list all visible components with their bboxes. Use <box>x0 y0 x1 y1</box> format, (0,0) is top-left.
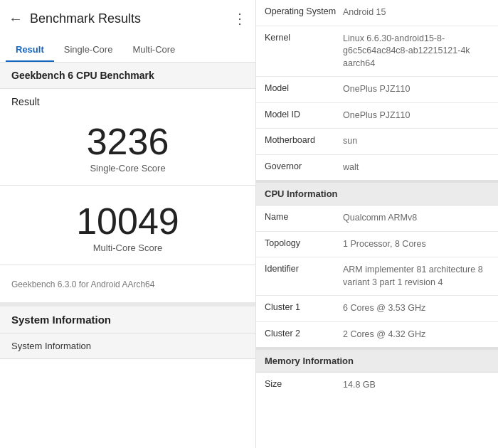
single-core-score-label: Single-Core Score <box>11 163 244 174</box>
table-row: Model ID OnePlus PJZ110 <box>256 103 498 129</box>
info-key: Cluster 1 <box>265 302 343 312</box>
info-key: Governor <box>265 161 343 171</box>
info-val: 2 Cores @ 4.32 GHz <box>343 329 489 341</box>
info-key: Identifier <box>265 264 343 274</box>
memory-info-rows: Size 14.8 GB <box>256 373 498 398</box>
app-version: Geekbench 6.3.0 for Android AArch64 <box>0 270 255 299</box>
single-core-score-value: 3236 <box>11 123 244 160</box>
table-row: Size 14.8 GB <box>256 373 498 398</box>
benchmark-section-header: Geekbench 6 CPU Benchmark <box>0 63 255 89</box>
table-row: Identifier ARM implementer 81 architectu… <box>256 257 498 296</box>
system-info-row: System Information <box>0 334 255 359</box>
table-row: Operating System Android 15 <box>256 0 498 26</box>
cpu-section-header: CPU Information <box>256 180 498 206</box>
score-divider <box>0 185 255 186</box>
info-key: Model ID <box>265 110 343 119</box>
table-row: Model OnePlus PJZ110 <box>256 77 498 103</box>
info-val: OnePlus PJZ110 <box>343 83 489 96</box>
info-val: 14.8 GB <box>343 379 489 392</box>
result-sublabel: Result <box>0 89 255 110</box>
info-val: Android 15 <box>343 6 489 19</box>
info-val: 6 Cores @ 3.53 GHz <box>343 302 489 315</box>
single-core-score-block: 3236 Single-Core Score <box>0 110 255 181</box>
info-key: Name <box>265 212 343 222</box>
table-row: Governor walt <box>256 155 498 181</box>
system-info-rows: Operating System Android 15 Kernel Linux… <box>256 0 498 180</box>
right-panel: Operating System Android 15 Kernel Linux… <box>256 0 498 448</box>
table-row: Kernel Linux 6.6.30-android15-8-g6c5c64a… <box>256 26 498 78</box>
info-val: walt <box>343 161 489 174</box>
left-panel: ← Benchmark Results ⋮ Result Single-Core… <box>0 0 256 448</box>
multi-core-score-block: 10049 Multi-Core Score <box>0 190 255 260</box>
system-info-section: System Information <box>0 302 255 334</box>
tab-result[interactable]: Result <box>6 37 54 62</box>
info-key: Cluster 2 <box>265 329 343 338</box>
back-icon[interactable]: ← <box>9 11 23 27</box>
info-val: 1 Processor, 8 Cores <box>343 238 489 251</box>
info-val: Linux 6.6.30-android15-8-g6c5c64ac84c8-a… <box>343 33 489 70</box>
info-key: Topology <box>265 238 343 248</box>
tab-multi-core[interactable]: Multi-Core <box>122 37 185 62</box>
memory-section-header: Memory Information <box>256 347 498 373</box>
table-row: Cluster 1 6 Cores @ 3.53 GHz <box>256 296 498 322</box>
app-title: Benchmark Results <box>30 11 233 26</box>
info-val: ARM implementer 81 architecture 8 varian… <box>343 264 489 289</box>
info-key: Model <box>265 83 343 93</box>
info-key: Size <box>265 379 343 389</box>
info-val: sun <box>343 135 489 148</box>
score-bottom-divider <box>0 265 255 265</box>
table-row: Topology 1 Processor, 8 Cores <box>256 232 498 258</box>
tab-single-core[interactable]: Single-Core <box>54 37 123 62</box>
info-key: Kernel <box>265 33 343 43</box>
menu-icon[interactable]: ⋮ <box>233 10 247 27</box>
multi-core-score-label: Multi-Core Score <box>11 242 244 253</box>
table-row: Cluster 2 2 Cores @ 4.32 GHz <box>256 322 498 348</box>
info-key: Operating System <box>265 6 343 16</box>
info-val: Qualcomm ARMv8 <box>343 212 489 225</box>
table-row: Name Qualcomm ARMv8 <box>256 206 498 232</box>
app-bar: ← Benchmark Results ⋮ <box>0 0 255 37</box>
multi-core-score-value: 10049 <box>11 203 244 240</box>
cpu-info-rows: Name Qualcomm ARMv8 Topology 1 Processor… <box>256 206 498 347</box>
info-val: OnePlus PJZ110 <box>343 110 489 122</box>
tabs-bar: Result Single-Core Multi-Core <box>0 37 255 63</box>
table-row: Motherboard sun <box>256 129 498 155</box>
info-key: Motherboard <box>265 135 343 145</box>
